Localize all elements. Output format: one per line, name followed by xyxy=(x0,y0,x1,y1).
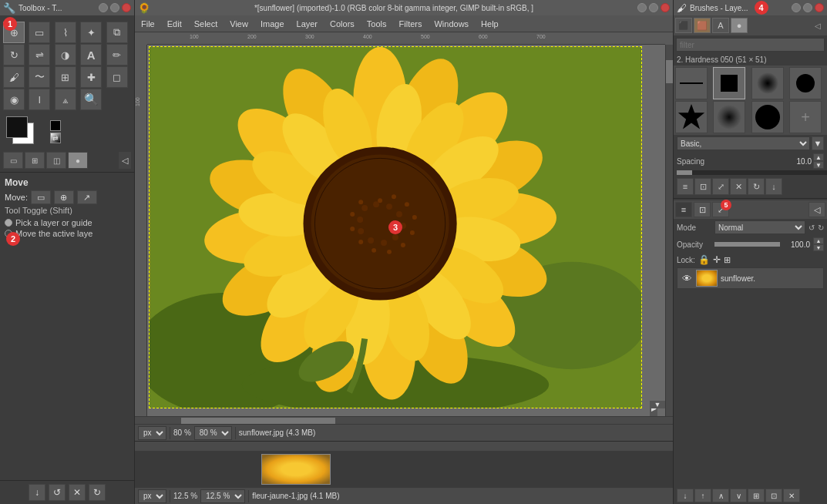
layer-action-add[interactable]: ⊞ xyxy=(748,489,765,502)
image-close-btn[interactable] xyxy=(661,3,670,12)
swap-colors-btn[interactable]: ⇄ xyxy=(50,133,61,143)
brush-cell-large[interactable] xyxy=(751,101,784,133)
brush-tool-1[interactable]: ≡ xyxy=(677,178,694,195)
pick-layer-radio[interactable] xyxy=(5,219,12,227)
crop-btn[interactable]: ⧉ xyxy=(106,22,128,43)
layer-action-delete[interactable]: ✕ xyxy=(783,489,800,502)
expand-btn[interactable]: ◁ xyxy=(119,152,131,169)
brush-tool-3[interactable]: ⤢ xyxy=(712,178,729,195)
clone-btn[interactable]: ⊞ xyxy=(55,66,76,88)
canvas-viewport[interactable]: 3 ▶ ▼ xyxy=(147,45,665,416)
patterns-btn[interactable]: ⊞ xyxy=(25,152,45,169)
zoom-select-bottom[interactable]: 12.5 % xyxy=(200,489,245,503)
zoom-select-main[interactable]: 80 % xyxy=(194,426,232,440)
text-btn[interactable]: A xyxy=(80,44,102,66)
toolbox-redo-btn[interactable]: ↻ xyxy=(89,484,106,501)
mode-select[interactable]: Normal xyxy=(714,220,805,234)
lock-alpha-icon[interactable]: ⊞ xyxy=(724,255,731,265)
toolbox-delete-btn[interactable]: ✕ xyxy=(69,484,86,501)
brush-cell-soft[interactable] xyxy=(751,67,784,99)
layer-item-sunflower[interactable]: 👁 sunflower. xyxy=(677,267,824,289)
preset-select[interactable]: Basic, xyxy=(677,136,810,150)
tab-fonts-icon[interactable]: A xyxy=(712,18,729,33)
scroll-down-btn[interactable]: ▼ xyxy=(650,401,665,408)
menu-edit[interactable]: Edit xyxy=(161,15,188,32)
canvas-image[interactable]: 3 xyxy=(149,46,642,408)
unit-select-bottom[interactable]: px xyxy=(138,489,166,503)
brush-cell-line[interactable] xyxy=(675,67,708,99)
brush-tool-6[interactable]: ↓ xyxy=(765,178,782,195)
brush-cell-square[interactable] xyxy=(713,67,745,99)
brush-tool-2[interactable]: ⊡ xyxy=(694,178,711,195)
flip-btn[interactable]: ⇌ xyxy=(29,44,50,66)
tab-layers[interactable]: ≡ xyxy=(675,202,692,217)
lock-icon[interactable]: 🔒 xyxy=(698,254,710,265)
paintbrush-btn[interactable]: 🖌 xyxy=(3,66,25,88)
fill-btn[interactable]: ◉ xyxy=(3,89,25,110)
h-scrollbar-thumb[interactable] xyxy=(181,418,335,424)
vertical-scrollbar[interactable] xyxy=(665,45,673,416)
dodge-btn[interactable]: ◑ xyxy=(55,44,76,66)
smudge-btn[interactable]: 〜 xyxy=(29,66,50,88)
pick-layer-option[interactable]: Pick a layer or guide xyxy=(5,218,129,227)
layer-action-dup[interactable]: ∨ xyxy=(730,489,747,502)
gradients-btn[interactable]: ◫ xyxy=(46,152,66,169)
brushes-close-btn[interactable] xyxy=(815,3,824,12)
pencil-btn[interactable]: ✏ xyxy=(106,44,128,66)
layers-config-icon[interactable]: ◁ xyxy=(809,202,825,217)
filter-input[interactable] xyxy=(676,38,825,52)
panel-config-icon[interactable]: ◁ xyxy=(810,18,825,33)
eraser-btn[interactable]: ◻ xyxy=(106,66,128,88)
menu-windows[interactable]: Windows xyxy=(428,15,475,32)
zoom-btn[interactable]: 🔍 xyxy=(80,89,102,110)
layer-visibility-eye[interactable]: 👁 xyxy=(681,272,693,284)
toolbox-minimize-btn[interactable] xyxy=(99,3,108,12)
menu-help[interactable]: Help xyxy=(475,15,505,32)
layer-action-group[interactable]: ⊡ xyxy=(765,489,782,502)
opacity-up-btn[interactable]: ▲ xyxy=(813,237,824,244)
menu-file[interactable]: File xyxy=(135,15,161,32)
tab-patterns-icon[interactable]: 🟫 xyxy=(694,18,711,33)
opacity-bar[interactable] xyxy=(714,242,780,247)
brush-tool-5[interactable]: ↻ xyxy=(748,178,765,195)
menu-image[interactable]: Image xyxy=(254,15,291,32)
opacity-down-btn[interactable]: ▼ xyxy=(813,244,824,251)
horizontal-scrollbar[interactable] xyxy=(135,416,673,424)
brushes-maximize-btn[interactable] xyxy=(803,3,812,12)
menu-tools[interactable]: Tools xyxy=(361,15,393,32)
perspective-btn[interactable]: ⟁ xyxy=(55,89,76,110)
mode-undo[interactable]: ↺ xyxy=(809,223,815,232)
menu-select[interactable]: Select xyxy=(188,15,224,32)
brush-tool-4[interactable]: ✕ xyxy=(730,178,747,195)
default-colors-btn[interactable] xyxy=(50,120,61,131)
brush-cell-plus[interactable]: + xyxy=(789,101,822,133)
move-active-option[interactable]: Move the active laye xyxy=(5,229,129,238)
layer-action-down[interactable]: ∧ xyxy=(712,489,729,502)
brush-cell-hard[interactable] xyxy=(789,67,822,99)
color-active-btn[interactable]: ● xyxy=(68,152,88,169)
heal-btn[interactable]: ✚ xyxy=(80,66,102,88)
move-select-btn[interactable]: ⊕ xyxy=(54,190,74,204)
transform-btn[interactable]: ↻ xyxy=(3,44,25,66)
tab-paths-with-badge[interactable]: ⤢ 5 xyxy=(712,202,729,217)
toolbox-maximize-btn[interactable] xyxy=(110,3,119,12)
toolbox-close-btn[interactable] xyxy=(122,3,131,12)
menu-layer[interactable]: Layer xyxy=(291,15,324,32)
new-image-btn[interactable]: ▭ xyxy=(3,152,23,169)
brush-cell-medium[interactable] xyxy=(713,101,745,133)
spacing-down-btn[interactable]: ▼ xyxy=(813,161,824,169)
move-path-btn[interactable]: ↗ xyxy=(77,190,97,204)
fuzzy-select-btn[interactable]: ✦ xyxy=(80,22,102,43)
menu-filters[interactable]: Filters xyxy=(393,15,429,32)
move-layer-btn[interactable]: ▭ xyxy=(31,190,51,204)
spacing-bar-container[interactable] xyxy=(677,170,827,175)
preset-expand-btn[interactable]: ▼ xyxy=(812,136,824,150)
menu-view[interactable]: View xyxy=(224,15,254,32)
layer-action-up[interactable]: ↑ xyxy=(694,489,711,502)
menu-colors[interactable]: Colors xyxy=(324,15,361,32)
tab-brushes-icon[interactable]: ⬛ xyxy=(675,18,692,33)
tab-active-icon[interactable]: ● xyxy=(731,18,748,33)
v-scrollbar-thumb[interactable] xyxy=(666,60,673,83)
toolbox-undo-btn[interactable]: ↺ xyxy=(49,484,66,501)
brush-cell-star[interactable] xyxy=(675,101,708,133)
